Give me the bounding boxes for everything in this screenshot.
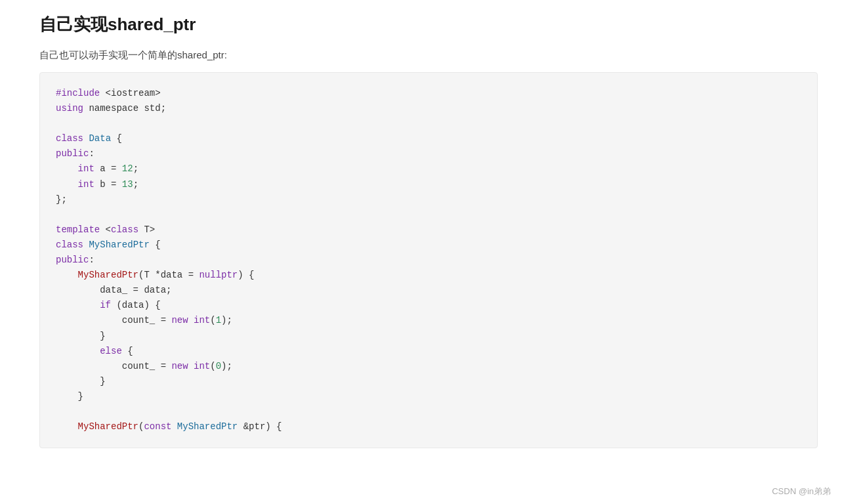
code-line-8: }; (56, 192, 801, 207)
code-line-1: #include <iostream> (56, 86, 801, 101)
code-line-6: int a = 12; (56, 161, 801, 177)
code-line-7: int b = 13; (56, 177, 801, 192)
code-line-18: else { (56, 344, 801, 359)
code-line-23: MySharedPtr(const MySharedPtr &ptr) { (56, 419, 801, 434)
code-line-13: MySharedPtr(T *data = nullptr) { (56, 268, 801, 283)
code-line-9 (56, 207, 801, 222)
code-line-4: class Data { (56, 131, 801, 146)
code-line-19: count_ = new int(0); (56, 359, 801, 374)
code-block: #include <iostream> using namespace std;… (39, 72, 818, 448)
code-line-11: class MySharedPtr { (56, 238, 801, 253)
code-line-15: if (data) { (56, 298, 801, 313)
code-line-21: } (56, 389, 801, 404)
code-line-5: public: (56, 146, 801, 161)
intro-paragraph: 自己也可以动手实现一个简单的shared_ptr: (39, 49, 818, 62)
code-line-17: } (56, 329, 801, 344)
code-line-14: data_ = data; (56, 283, 801, 298)
code-line-2: using namespace std; (56, 101, 801, 116)
page-container: 自己实现shared_ptr 自己也可以动手实现一个简单的shared_ptr:… (0, 0, 844, 474)
code-line-20: } (56, 374, 801, 389)
code-line-3 (56, 116, 801, 131)
code-line-12: public: (56, 253, 801, 268)
page-title: 自己实现shared_ptr (39, 13, 818, 36)
code-line-10: template <class T> (56, 222, 801, 238)
watermark: CSDN @in弟弟 (772, 486, 831, 497)
code-line-22 (56, 404, 801, 419)
code-line-16: count_ = new int(1); (56, 313, 801, 328)
